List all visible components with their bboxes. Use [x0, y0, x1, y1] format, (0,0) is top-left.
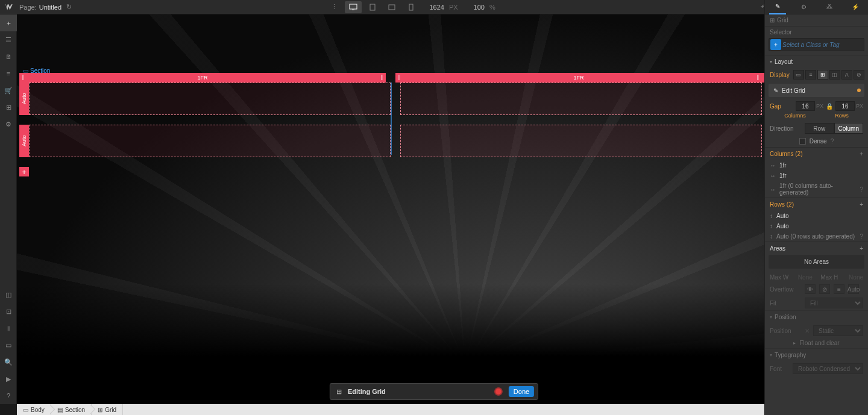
info-icon[interactable]: ? [831, 138, 834, 145]
display-inline-block-icon[interactable]: ◫ [829, 70, 840, 80]
page-options-icon[interactable]: ⋮ [331, 3, 338, 11]
device-mobile-icon[interactable] [403, 1, 420, 13]
direction-row-label: Row [813, 125, 825, 132]
tab-settings-icon[interactable]: ⚙ [795, 0, 812, 14]
cms-icon[interactable]: ≡ [0, 65, 17, 82]
selector-heading: Selector [765, 27, 868, 38]
add-row-button[interactable]: + [19, 167, 29, 176]
canvas[interactable]: ▭ Section 1FR 1FR + Auto Auto + [17, 14, 764, 404]
add-row-icon[interactable]: + [860, 201, 863, 208]
settings-icon[interactable]: ⚙ [0, 116, 17, 133]
breadcrumb-section[interactable]: ▤Section [51, 404, 92, 415]
grid-column-header[interactable]: 1FR [395, 73, 762, 83]
areas-heading-label: Areas [770, 245, 785, 252]
add-element-icon[interactable]: ＋ [0, 14, 17, 31]
overflow-auto-button[interactable]: Auto [848, 284, 859, 294]
grid-cell[interactable] [400, 83, 762, 115]
grid-icon: ⊞ [336, 388, 342, 396]
info-icon[interactable]: ? [860, 186, 863, 193]
add-class-icon[interactable]: + [770, 39, 781, 50]
font-select[interactable]: Roboto Condensed [793, 363, 863, 374]
tab-style-icon[interactable]: ✎ [769, 0, 786, 14]
float-clear-label[interactable]: Float and clear [799, 340, 839, 346]
row-value: Auto [776, 213, 789, 219]
column-size-icon: ↔ [770, 172, 776, 179]
grid-divider[interactable] [391, 83, 392, 155]
help-icon[interactable]: ? [0, 387, 17, 404]
row-size-label: Auto [21, 93, 27, 105]
device-tablet-landscape-icon[interactable] [383, 1, 400, 13]
layout-heading-label: Layout [775, 58, 793, 65]
display-flex-icon[interactable]: ≡ [805, 70, 816, 80]
page-prefix-label: Page: [19, 4, 37, 11]
done-button[interactable]: Done [509, 386, 534, 397]
overflow-scroll-icon[interactable]: ≡ [834, 284, 844, 294]
spacing-icon[interactable]: ⫴ [0, 320, 17, 337]
display-grid-icon[interactable]: ⊞ [817, 70, 828, 80]
direction-column-button[interactable]: Column [834, 123, 864, 134]
device-desktop-icon[interactable] [345, 1, 362, 13]
layout-section-heading[interactable]: ▾Layout [765, 55, 868, 68]
editing-grid-label: Editing Grid [348, 388, 386, 395]
dense-label: Dense [810, 138, 827, 145]
overflow-hidden-icon[interactable]: ⊘ [819, 284, 830, 294]
lock-icon[interactable]: 🔒 [826, 103, 833, 110]
navigator-icon[interactable]: ☰ [0, 31, 17, 48]
typography-section-heading[interactable]: ▾Typography [765, 348, 868, 361]
dense-checkbox[interactable] [799, 138, 806, 145]
grid-cell[interactable] [400, 125, 762, 157]
row-item[interactable]: ↕Auto [765, 221, 868, 231]
edit-grid-button[interactable]: ✎ Edit Grid [769, 84, 864, 97]
structure-icon[interactable]: ⊡ [0, 303, 17, 320]
overflow-visible-icon[interactable]: 👁 [805, 284, 816, 294]
column-item[interactable]: ↔1fr [765, 160, 868, 170]
search-icon[interactable]: 🔍 [0, 354, 17, 370]
rows-section-heading[interactable]: Rows (2) + [765, 198, 868, 211]
left-toolbar: ＋ ☰ 🗎 ≡ 🛒 ⊞ ⚙ ◫ ⊡ ⫴ ▭ 🔍 ▶ ? [0, 14, 17, 404]
columns-section-heading[interactable]: Columns (2) + [765, 147, 868, 160]
grid-cell[interactable] [29, 125, 391, 157]
display-inline-icon[interactable]: A [841, 70, 852, 80]
close-icon[interactable]: ✕ [805, 328, 810, 334]
display-block-icon[interactable]: ▭ [793, 70, 804, 80]
device-tablet-icon[interactable] [364, 1, 381, 13]
tab-interactions-icon[interactable]: ⁂ [821, 0, 838, 14]
info-icon[interactable]: ? [860, 233, 863, 240]
rows-autogen-label: Auto (0 rows auto-generated) [776, 233, 855, 240]
audit-icon[interactable]: ◫ [0, 286, 17, 303]
fit-select[interactable]: Fill [805, 298, 863, 308]
maxh-value[interactable]: None [849, 274, 863, 281]
assets-icon[interactable]: ⊞ [0, 99, 17, 116]
viewport-width[interactable]: 1624 [429, 4, 444, 11]
position-section-heading[interactable]: ▾Position [765, 310, 868, 323]
selector-input[interactable]: + Select a Class or Tag [769, 38, 864, 51]
maxw-value[interactable]: None [798, 274, 817, 281]
grid-row-header[interactable]: Auto [19, 125, 29, 157]
gap-rows-input[interactable] [835, 101, 855, 111]
ecommerce-icon[interactable]: 🛒 [0, 82, 17, 99]
position-select[interactable]: Static [813, 325, 863, 336]
add-column-icon[interactable]: + [860, 151, 863, 157]
breadcrumb-body[interactable]: ▭Body [17, 404, 51, 415]
row-item[interactable]: ↕Auto [765, 211, 868, 221]
edges-icon[interactable]: ▭ [0, 337, 17, 354]
add-area-icon[interactable]: + [860, 245, 863, 252]
page-title[interactable]: Untitled [39, 4, 61, 11]
breadcrumb-grid[interactable]: ⊞Grid [92, 404, 123, 415]
grid-row-header[interactable]: Auto [19, 83, 29, 115]
column-item[interactable]: ↔1fr [765, 170, 868, 181]
areas-section-heading[interactable]: Areas + [765, 242, 868, 255]
row-value: Auto [776, 223, 789, 229]
pages-icon[interactable]: 🗎 [0, 48, 17, 65]
reload-icon[interactable]: ↻ [66, 3, 72, 11]
grid-cell[interactable] [29, 83, 391, 115]
display-none-icon[interactable]: ⊘ [854, 70, 864, 80]
rows-auto-generated: ↕Auto (0 rows auto-generated)? [765, 231, 868, 242]
video-icon[interactable]: ▶ [0, 370, 17, 387]
tab-effects-icon[interactable]: ⚡ [847, 0, 864, 14]
zoom-value[interactable]: 100 [474, 4, 485, 11]
grid-column-header[interactable]: 1FR [19, 73, 386, 83]
gap-columns-input[interactable] [796, 101, 815, 111]
direction-row-button[interactable]: Row [805, 123, 834, 134]
grid-editor[interactable]: 1FR 1FR + Auto Auto + [19, 73, 762, 167]
